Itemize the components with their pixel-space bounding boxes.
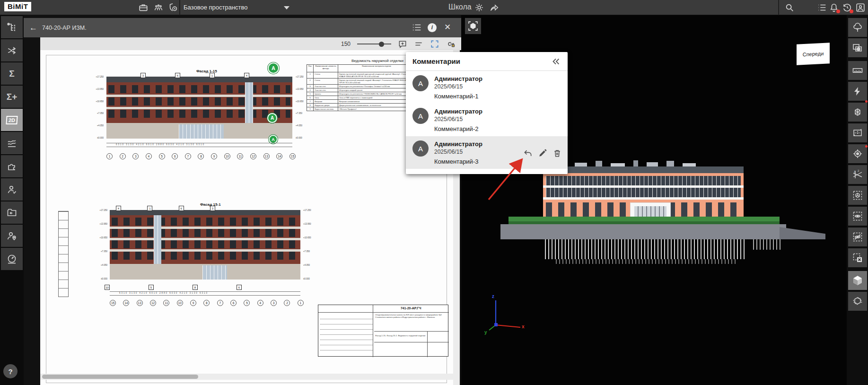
plugins-icon[interactable] <box>1 155 23 177</box>
drawing-panel-header: ← 740-20-АР ИЗМ. i ✕ <box>24 18 461 37</box>
briefcase-icon[interactable] <box>138 2 149 13</box>
comments-panel: Комментарии А Администратор 2025/06/15 К… <box>406 52 568 174</box>
axis-z-label: z <box>492 294 494 299</box>
comment-item[interactable]: А Администратор 2025/06/15 Комментарий-1 <box>406 71 568 104</box>
link-lock-icon[interactable] <box>446 39 456 49</box>
axis-x-label: x <box>522 324 525 329</box>
edit-icon[interactable] <box>538 149 547 158</box>
close-icon[interactable]: ✕ <box>442 22 453 33</box>
scrollbar-thumb[interactable] <box>42 375 198 379</box>
axis-gizmo: z x y <box>482 296 527 338</box>
help-button[interactable]: ? <box>3 364 18 378</box>
top-bar: BiMiT Базовое пространство Школа <box>0 0 868 15</box>
comment-item[interactable]: А Администратор 2025/06/15 Комментарий-2 <box>406 104 568 136</box>
svg-text:2: 2 <box>858 169 859 172</box>
hide-eye-icon[interactable] <box>848 228 867 246</box>
show-eye-icon[interactable] <box>848 207 867 226</box>
focus-target-icon[interactable] <box>848 144 867 163</box>
comment-item-selected[interactable]: А Администратор 2025/06/15 Комментарий-3 <box>406 136 568 169</box>
drawing-panel: ← 740-20-АР ИЗМ. i ✕ 150 Фасад 1- <box>24 15 461 385</box>
facade-15-1-drawing <box>110 210 300 280</box>
search-icon[interactable] <box>784 2 795 13</box>
sum-icon[interactable]: Σ <box>1 62 23 85</box>
measure-ruler-icon[interactable] <box>848 61 867 80</box>
foundation-piles-lower <box>556 259 736 264</box>
slab-front <box>500 224 786 239</box>
isolate-box-icon[interactable] <box>848 186 867 205</box>
charts-icon[interactable] <box>1 132 23 154</box>
foundation-piles-right <box>753 239 780 250</box>
foundation-piles <box>545 239 746 259</box>
environment-tree-icon[interactable] <box>848 18 867 37</box>
account-icon[interactable] <box>855 2 866 13</box>
bell-icon[interactable] <box>829 2 839 13</box>
comment-author: Администратор <box>434 75 482 82</box>
chevron-down-icon[interactable] <box>284 6 289 9</box>
select-similar-icon[interactable] <box>848 38 867 57</box>
ground-green <box>509 217 780 221</box>
dashboard-gauge-icon[interactable] <box>1 248 23 270</box>
structure-tree-icon[interactable] <box>1 16 23 38</box>
focus-hexagon-button[interactable] <box>465 18 481 34</box>
app-logo[interactable]: BiMiT <box>4 2 31 11</box>
team-icon[interactable] <box>153 2 164 13</box>
left-sidebar: Σ Σ+ 2D ? <box>0 15 24 385</box>
clip-cube-icon[interactable] <box>848 103 867 122</box>
dimension-numbers: 6310 3130 4210 6010 2880 6030 4210 3130 … <box>116 143 205 146</box>
connections-icon[interactable] <box>1 39 23 61</box>
view-cube-front-label[interactable]: Спереди <box>797 43 830 65</box>
comment-text: Комментарий-2 <box>434 125 482 132</box>
titleblock-grid <box>320 315 373 355</box>
zoom-slider-thumb[interactable] <box>379 42 384 47</box>
avatar: А <box>412 108 429 124</box>
elevation-marks-left: +17.250+13.950+10.650+7.350+4.050±0.000 <box>88 76 104 139</box>
workspace-selector-label[interactable]: Базовое пространство <box>184 4 248 11</box>
gear-icon[interactable] <box>474 2 484 13</box>
facade2-callouts: 4163 <box>116 206 215 211</box>
view-cube-icon[interactable] <box>848 271 867 290</box>
list-icon[interactable] <box>817 2 827 13</box>
titleblock-description: Общеобразовательная школа на 825 мест уч… <box>375 314 447 319</box>
facade2-bottom-callouts: 10586 <box>105 285 242 290</box>
comment-marker[interactable]: А <box>267 113 277 123</box>
share-icon[interactable] <box>489 2 499 13</box>
avatar: А <box>412 140 429 157</box>
side-stamp-table <box>58 211 69 297</box>
reply-icon[interactable] <box>523 149 533 158</box>
user-location-icon[interactable] <box>1 225 23 247</box>
add-comment-icon[interactable] <box>398 39 407 49</box>
sheet-list-icon[interactable] <box>412 22 422 33</box>
zoom-slider[interactable] <box>357 41 391 47</box>
elevation-marks-left2: +17.250+13.950+10.650+7.350+4.050±0.000 <box>91 209 107 280</box>
comment-date: 2025/06/15 <box>434 149 482 155</box>
swap-cube-icon[interactable] <box>848 292 867 311</box>
sum-add-icon[interactable]: Σ+ <box>1 86 23 108</box>
folder-shared-icon[interactable] <box>1 201 23 224</box>
grid-bubbles-bottom: 151413121110987654321 <box>110 300 304 306</box>
plan-sheet-icon[interactable] <box>848 123 867 142</box>
collapse-panel-icon[interactable] <box>551 56 561 67</box>
user-check-icon[interactable] <box>1 178 23 201</box>
comment-text: Комментарий-1 <box>434 93 482 100</box>
facade-1-15-drawing <box>106 77 292 139</box>
delete-icon[interactable] <box>552 149 562 158</box>
project-title: Школа <box>448 3 472 11</box>
comment-marker[interactable]: А <box>268 62 279 74</box>
doc-2d-icon[interactable]: 2D <box>1 109 23 131</box>
history-icon[interactable] <box>842 2 852 13</box>
clear-selection-icon[interactable] <box>848 248 867 267</box>
grid-axes-icon[interactable]: 12 <box>848 165 867 184</box>
comment-date: 2025/06/15 <box>434 116 482 122</box>
grid-bubbles-top: 123456789101112131415 <box>106 153 296 159</box>
back-arrow-icon[interactable]: ← <box>29 23 37 33</box>
fullscreen-icon[interactable] <box>430 39 439 49</box>
drawing-canvas[interactable]: Фасад 1-15 +17.250+13.950+10.650+7.350+4… <box>40 50 453 385</box>
sort-icon[interactable] <box>414 39 423 49</box>
info-icon[interactable]: i <box>428 23 437 32</box>
shield-clock-icon[interactable] <box>168 2 178 13</box>
horizontal-scrollbar[interactable] <box>40 374 453 380</box>
flash-section-icon[interactable] <box>848 82 867 101</box>
slab-ramp <box>780 227 825 239</box>
comments-header: Комментарии <box>406 52 568 71</box>
facade1-callouts: 3614 <box>140 73 249 78</box>
